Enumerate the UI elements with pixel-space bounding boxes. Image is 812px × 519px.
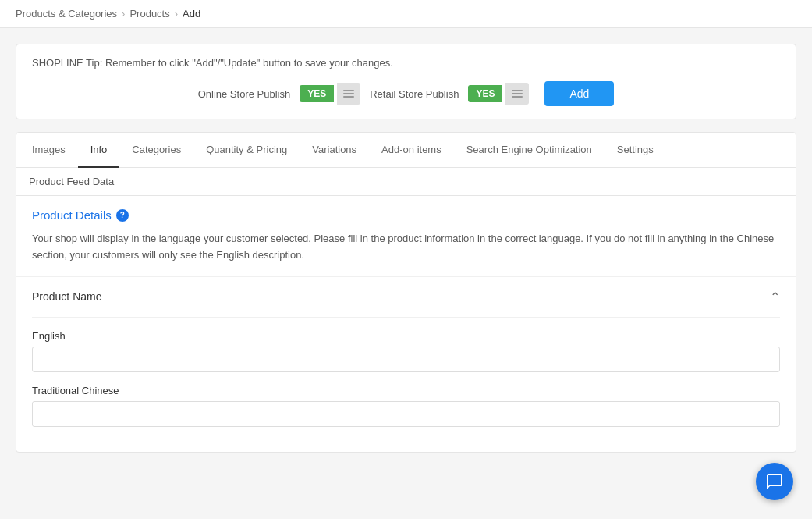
tab-add-on-items[interactable]: Add-on items: [369, 133, 454, 168]
breadcrumb-separator-2: ›: [175, 8, 178, 20]
online-store-bars-button[interactable]: [337, 83, 360, 105]
chat-icon: [765, 472, 784, 491]
bar-icon: [512, 90, 523, 91]
retail-store-yes-button[interactable]: YES: [468, 85, 502, 102]
tab-images[interactable]: Images: [20, 133, 78, 168]
breadcrumb-products-categories[interactable]: Products & Categories: [16, 8, 117, 20]
tab-settings[interactable]: Settings: [605, 133, 666, 168]
tab-quantity-pricing[interactable]: Quantity & Pricing: [193, 133, 300, 168]
bar-icon: [512, 96, 523, 98]
english-label: English: [32, 330, 780, 342]
add-button[interactable]: Add: [544, 81, 614, 106]
chinese-label: Traditional Chinese: [32, 385, 780, 396]
bar-icon: [343, 93, 354, 94]
product-details-title: Product Details: [32, 208, 112, 222]
help-icon[interactable]: ?: [116, 209, 129, 222]
tab-card: Images Info Categories Quantity & Pricin…: [16, 132, 796, 453]
english-input[interactable]: [32, 347, 780, 372]
retail-store-label: Retail Store Publish: [370, 88, 459, 100]
chat-bubble-button[interactable]: [756, 463, 793, 500]
product-details-heading: Product Details ?: [32, 208, 780, 222]
tip-box: SHOPLINE Tip: Remember to click "Add"/"U…: [16, 44, 796, 119]
online-store-toggle[interactable]: YES: [300, 83, 360, 105]
publish-row: Online Store Publish YES Retail Store Pu…: [32, 81, 780, 106]
tab-categories[interactable]: Categories: [119, 133, 193, 168]
tip-text: SHOPLINE Tip: Remember to click "Add"/"U…: [32, 57, 780, 69]
tabs: Images Info Categories Quantity & Pricin…: [16, 133, 796, 168]
online-store-label: Online Store Publish: [198, 88, 291, 100]
retail-store-toggle[interactable]: YES: [468, 83, 529, 105]
bar-icon: [343, 96, 354, 98]
breadcrumb-products[interactable]: Products: [129, 8, 169, 20]
breadcrumb: Products & Categories › Products › Add: [0, 0, 812, 28]
main-container: SHOPLINE Tip: Remember to click "Add"/"U…: [0, 28, 812, 468]
product-details-section: Product Details ? Your shop will display…: [16, 196, 796, 277]
product-name-section: Product Name ⌃ English Traditional Chine…: [16, 277, 796, 452]
tab-seo[interactable]: Search Engine Optimization: [454, 133, 605, 168]
product-details-info-text: Your shop will display in the language y…: [32, 231, 780, 264]
chinese-field-group: Traditional Chinese: [32, 385, 780, 427]
product-name-title: Product Name: [32, 290, 101, 303]
online-store-yes-button[interactable]: YES: [300, 85, 334, 102]
tab-variations[interactable]: Variations: [300, 133, 369, 168]
bar-icon: [343, 90, 354, 91]
chinese-input[interactable]: [32, 401, 780, 427]
retail-store-bars-button[interactable]: [505, 83, 529, 105]
breadcrumb-separator-1: ›: [122, 8, 125, 20]
fields-area: English Traditional Chinese: [32, 318, 780, 452]
bar-icon: [512, 93, 523, 94]
english-field-group: English: [32, 330, 780, 372]
product-name-header[interactable]: Product Name ⌃: [32, 277, 780, 318]
chevron-up-icon: ⌃: [770, 290, 780, 304]
breadcrumb-current: Add: [183, 8, 200, 20]
tab-info[interactable]: Info: [78, 133, 120, 168]
product-feed-bar[interactable]: Product Feed Data: [16, 168, 796, 196]
